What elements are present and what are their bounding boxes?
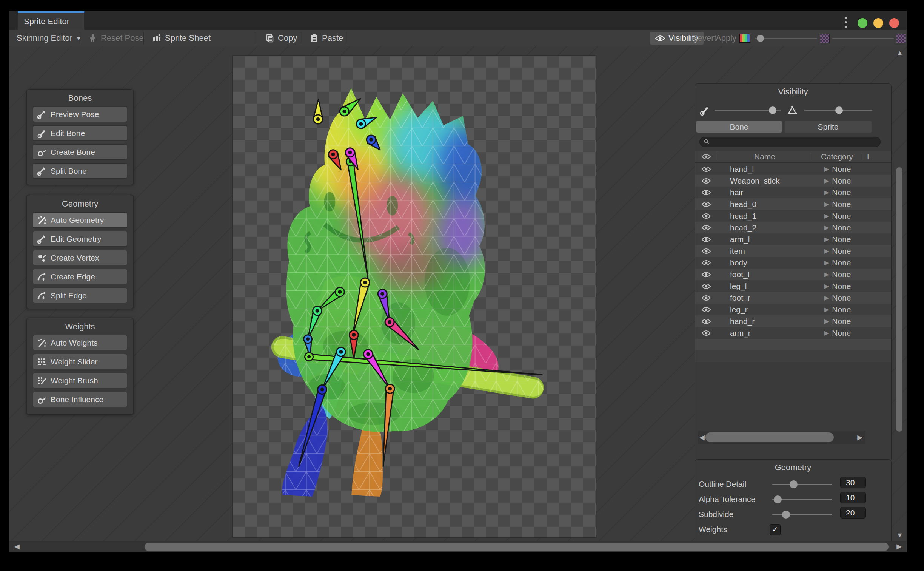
foldout-icon[interactable]: ▶ [824, 329, 829, 336]
foldout-icon[interactable]: ▶ [824, 236, 829, 243]
eye-icon[interactable] [702, 236, 711, 242]
eye-icon[interactable] [702, 166, 711, 172]
eye-icon[interactable] [702, 225, 711, 231]
weight-slider-button[interactable]: Weight Slider [33, 354, 127, 369]
eye-icon[interactable] [702, 318, 711, 324]
eye-icon[interactable] [702, 213, 711, 219]
zoom-slider-track[interactable] [832, 38, 894, 39]
foldout-icon[interactable]: ▶ [824, 259, 829, 266]
table-row[interactable]: head_2▶None [695, 222, 891, 233]
table-row[interactable]: Weapon_stick▶None [695, 175, 891, 187]
table-row[interactable]: item▶None [695, 245, 891, 257]
alpha-tolerance-value[interactable]: 10 [840, 492, 866, 503]
tab-sprite-editor[interactable]: Sprite Editor [18, 11, 84, 30]
foldout-icon[interactable]: ▶ [824, 224, 829, 231]
table-row[interactable]: head_1▶None [695, 210, 891, 222]
mesh-opacity-knob[interactable] [835, 106, 843, 114]
apply-button[interactable]: Apply [716, 30, 736, 46]
eye-icon[interactable] [702, 178, 711, 184]
scrollbar-thumb[interactable] [145, 543, 889, 551]
eye-icon[interactable] [702, 307, 711, 313]
table-row[interactable]: hair▶None [695, 187, 891, 198]
search-input[interactable] [699, 137, 881, 147]
scroll-left-icon[interactable]: ◀ [699, 434, 705, 441]
foldout-icon[interactable]: ▶ [824, 294, 829, 301]
outline-detail-slider[interactable] [772, 484, 832, 485]
kebab-menu-icon[interactable] [845, 17, 847, 28]
tab-bone[interactable]: Bone [696, 121, 782, 133]
window-zoom-button[interactable] [858, 18, 867, 28]
table-row[interactable]: foot_l▶None [695, 269, 891, 280]
eye-icon[interactable] [702, 201, 711, 207]
texture-preview-icon[interactable] [820, 34, 830, 43]
foldout-icon[interactable]: ▶ [824, 165, 829, 173]
scrollbar-thumb[interactable] [896, 167, 902, 432]
split-edge-button[interactable]: Split Edge [33, 288, 127, 303]
opacity-slider-track[interactable] [755, 38, 817, 39]
visibility-horizontal-scrollbar[interactable]: ◀ ▶ [698, 431, 865, 444]
foldout-icon[interactable]: ▶ [824, 247, 829, 255]
scroll-right-icon[interactable]: ▶ [896, 543, 902, 550]
eye-icon[interactable] [702, 260, 711, 266]
outline-detail-value[interactable]: 30 [840, 477, 866, 488]
weights-checkbox[interactable]: ✓ [770, 524, 781, 535]
dither-preview-icon[interactable] [896, 34, 906, 43]
preview-pose-button[interactable]: Preview Pose [33, 106, 127, 122]
eye-icon[interactable] [702, 190, 711, 196]
horizontal-scrollbar[interactable]: ◀ ▶ [9, 541, 907, 552]
subdivide-slider[interactable] [772, 514, 832, 515]
color-swatch-icon[interactable] [739, 34, 750, 43]
eye-icon[interactable] [702, 330, 711, 336]
mode-dropdown[interactable]: Skinning Editor▼ [17, 30, 82, 46]
subdivide-value[interactable]: 20 [840, 507, 866, 519]
window-close-button[interactable] [889, 18, 899, 28]
scroll-left-icon[interactable]: ◀ [14, 543, 20, 550]
table-row[interactable]: head_0▶None [695, 198, 891, 210]
paste-button[interactable]: Paste [310, 30, 343, 46]
table-row[interactable]: body▶None [695, 257, 891, 269]
scroll-up-icon[interactable]: ▲ [896, 49, 903, 56]
column-name[interactable]: Name [718, 152, 812, 161]
table-row[interactable]: leg_l▶None [695, 280, 891, 292]
subdivide-knob[interactable] [782, 511, 790, 519]
table-row[interactable]: arm_l▶None [695, 233, 891, 245]
table-row[interactable]: hand_r▶None [695, 315, 891, 327]
scroll-right-icon[interactable]: ▶ [857, 434, 862, 441]
scroll-down-icon[interactable]: ▼ [896, 532, 903, 539]
create-vertex-button[interactable]: Create Vertex [33, 250, 127, 265]
vertical-scrollbar[interactable]: ▲ ▼ [895, 46, 904, 541]
edit-bone-button[interactable]: Edit Bone [33, 125, 127, 141]
copy-button[interactable]: Copy [265, 30, 297, 46]
window-minimize-button[interactable] [873, 18, 883, 28]
foldout-icon[interactable]: ▶ [824, 189, 829, 196]
reset-pose-button[interactable]: Reset Pose [88, 30, 144, 46]
eye-icon[interactable] [702, 272, 711, 278]
foldout-icon[interactable]: ▶ [824, 177, 829, 184]
outline-detail-knob[interactable] [790, 480, 798, 488]
tab-sprite[interactable]: Sprite [785, 121, 872, 133]
foldout-icon[interactable]: ▶ [824, 271, 829, 278]
foldout-icon[interactable]: ▶ [824, 306, 829, 313]
eye-icon[interactable] [702, 283, 711, 289]
alpha-tolerance-slider[interactable] [772, 499, 832, 500]
opacity-slider-knob[interactable] [757, 35, 764, 42]
eye-icon[interactable] [702, 295, 711, 301]
table-row[interactable]: leg_r▶None [695, 304, 891, 315]
foldout-icon[interactable]: ▶ [824, 282, 829, 290]
revert-button[interactable]: Revert [692, 30, 716, 46]
alpha-tolerance-knob[interactable] [774, 495, 782, 503]
viewport[interactable]: Bones Preview Pose Edit Bone Create Bone… [9, 46, 907, 541]
edit-geometry-button[interactable]: Edit Geometry [33, 231, 127, 247]
bone-influence-button[interactable]: Bone Influence [33, 392, 127, 407]
sprite-sheet-button[interactable]: Sprite Sheet [152, 30, 211, 46]
auto-geometry-button[interactable]: Auto Geometry [33, 212, 127, 228]
foldout-icon[interactable]: ▶ [824, 201, 829, 208]
bone-opacity-knob[interactable] [769, 106, 776, 114]
foldout-icon[interactable]: ▶ [824, 318, 829, 325]
table-row[interactable]: arm_r▶None [695, 327, 891, 339]
auto-weights-button[interactable]: Auto Weights [33, 335, 127, 350]
column-category[interactable]: Category [812, 152, 862, 161]
table-row[interactable]: hand_l▶None [695, 163, 891, 175]
create-edge-button[interactable]: Create Edge [33, 269, 127, 284]
sprite-canvas[interactable] [232, 55, 596, 538]
